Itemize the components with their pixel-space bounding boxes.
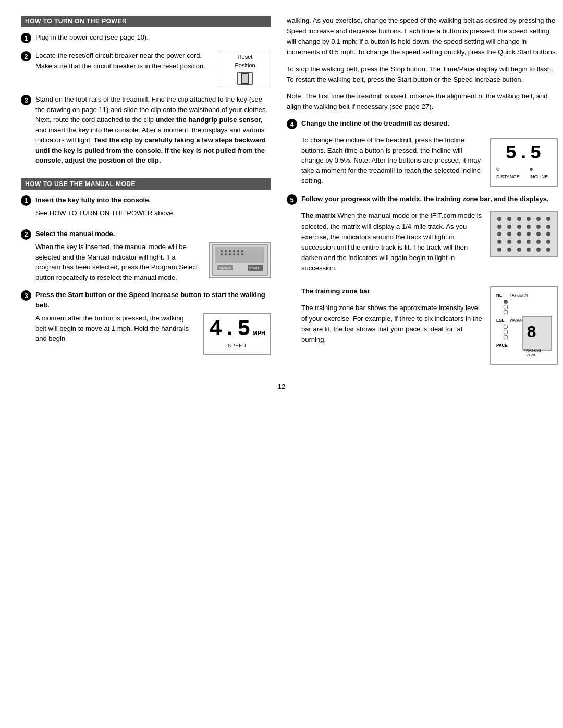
right-step-5-content: Follow your progress with the matrix, th… (301, 194, 558, 364)
manual-step-num-3: 3 (21, 290, 31, 301)
manual-step-2-content: Select the manual mode. When the key is … (35, 229, 271, 283)
matrix-dot (497, 248, 501, 252)
svg-point-21 (504, 305, 508, 309)
matrix-dot (546, 225, 550, 229)
power-step-2: 2 Locate the reset/off circuit breaker n… (21, 51, 271, 87)
step-3-text: Stand on the foot rails of the treadmill… (35, 94, 271, 166)
svg-point-7 (241, 250, 243, 252)
right-step-num-5: 5 (287, 194, 297, 205)
speed-value: 4.5 (209, 318, 252, 340)
matrix-dot (517, 217, 521, 221)
incline-labels: DISTANCE INCLINE (496, 166, 552, 180)
svg-point-13 (241, 253, 243, 255)
right-step-4-content: Change the incline of the treadmill as d… (301, 118, 558, 187)
step-1-text: Plug in the power cord (see page 10). (35, 33, 149, 41)
incline-label-text: INCLINE (530, 174, 548, 179)
distance-dot (496, 168, 499, 171)
svg-point-25 (504, 325, 508, 329)
matrix-dot (536, 248, 541, 252)
power-step-3: 3 Stand on the foot rails of the treadmi… (21, 94, 271, 169)
manual-step-3-label: Press the Start button or the Speed incr… (35, 291, 265, 309)
speed-display: 4.5 MPH SPEED (203, 313, 271, 355)
matrix-dot (517, 240, 521, 244)
matrix-dot (507, 240, 511, 244)
matrix-dot (527, 217, 531, 221)
manual-step-1-text: See HOW TO TURN ON THE POWER above. (35, 208, 271, 218)
matrix-dot (546, 232, 550, 236)
matrix-dot (536, 225, 541, 229)
manual-step-1: 1 Insert the key fully into the console.… (21, 195, 271, 221)
matrix-dot (507, 232, 511, 236)
svg-text:PACE: PACE (496, 343, 508, 348)
matrix-bold-label: The matrix (301, 212, 336, 219)
right-step-num-4: 4 (287, 119, 297, 129)
svg-point-2 (221, 250, 223, 252)
matrix-dot (497, 232, 501, 236)
matrix-dot (517, 248, 521, 252)
manual-console-image: MANUAL START (209, 242, 271, 278)
manual-step-1-content: Insert the key fully into the console. S… (35, 195, 271, 221)
svg-point-3 (225, 250, 227, 252)
svg-point-9 (225, 253, 227, 255)
manual-step-3-text: A moment after the button is pressed, th… (35, 313, 196, 344)
reset-position-box: Reset Position (219, 51, 271, 87)
svg-text:NE: NE (496, 293, 503, 298)
svg-point-10 (229, 253, 231, 255)
reset-position-icon (237, 72, 253, 85)
training-zone-text: The training zone bar shows the approxim… (301, 303, 483, 345)
incline-text: To change the incline of the treadmill, … (301, 135, 483, 186)
matrix-dot (497, 217, 501, 221)
training-zone-bold-label: The training zone bar (301, 287, 370, 295)
matrix-dot (507, 217, 511, 221)
matrix-display (490, 211, 558, 257)
matrix-dot (536, 232, 541, 236)
svg-text:MANUAL: MANUAL (219, 267, 232, 270)
manual-step-2: 2 Select the manual mode. When the key i… (21, 229, 271, 283)
svg-point-12 (237, 253, 239, 255)
svg-point-22 (504, 310, 508, 314)
matrix-dot (497, 225, 501, 229)
manual-step-3-content: Press the Start button or the Speed incr… (35, 290, 271, 355)
matrix-dot (527, 232, 531, 236)
training-zone-svg: NE FAT-BURN LSE WARM-UP (494, 290, 557, 358)
matrix-dot (546, 240, 550, 244)
matrix-text-block: The matrix When the manual mode or the i… (301, 211, 483, 280)
manual-step-2-text: When the key is inserted, the manual mod… (35, 242, 201, 282)
manual-step-2-label: Select the manual mode. (35, 230, 115, 238)
svg-point-20 (504, 300, 508, 304)
step-number-3: 3 (21, 95, 31, 105)
svg-point-26 (504, 330, 508, 334)
training-zone-text-block: The training zone bar The training zone … (301, 286, 483, 351)
step-number-1: 1 (21, 33, 31, 43)
reset-position-label: Reset Position (235, 53, 255, 70)
manual-step-num-1: 1 (21, 195, 31, 206)
right-column: walking. As you exercise, change the spe… (287, 16, 558, 372)
incline-value: 5.5 (506, 144, 543, 163)
matrix-dot (517, 225, 521, 229)
matrix-dot (536, 217, 541, 221)
bold-sensor: under the handgrip pulse sensor, (156, 116, 263, 124)
console-svg: MANUAL START (211, 244, 268, 276)
matrix-dot (527, 248, 531, 252)
right-step-5: 5 Follow your progress with the matrix, … (287, 194, 558, 364)
svg-text:LSE: LSE (496, 318, 505, 323)
incline-dot (530, 168, 533, 171)
svg-point-27 (504, 335, 508, 339)
step-number-2: 2 (21, 51, 31, 61)
step-2-text: Locate the reset/off circuit breaker nea… (35, 51, 214, 71)
power-step-1: 1 Plug in the power cord (see page 10). (21, 32, 271, 43)
training-zone-section: The training zone bar The training zone … (301, 286, 558, 365)
svg-text:8: 8 (527, 323, 536, 342)
svg-text:START: START (249, 267, 259, 270)
section-manual: HOW TO USE THE MANUAL MODE 1 Insert the … (21, 178, 271, 355)
page-number: 12 (21, 382, 542, 390)
distance-label: DISTANCE (496, 174, 520, 179)
svg-text:ZONE: ZONE (527, 353, 537, 357)
right-step-4-label: Change the incline of the treadmill as d… (301, 119, 449, 127)
section-power-header: HOW TO TURN ON THE POWER (21, 16, 271, 27)
bold-test-clip: Test the clip by carefully taking a few … (35, 136, 266, 164)
section-power: HOW TO TURN ON THE POWER 1 Plug in the p… (21, 16, 271, 169)
svg-point-4 (229, 250, 231, 252)
matrix-text: When the manual mode or the iFIT.com mod… (301, 212, 482, 272)
matrix-dot (536, 240, 541, 244)
